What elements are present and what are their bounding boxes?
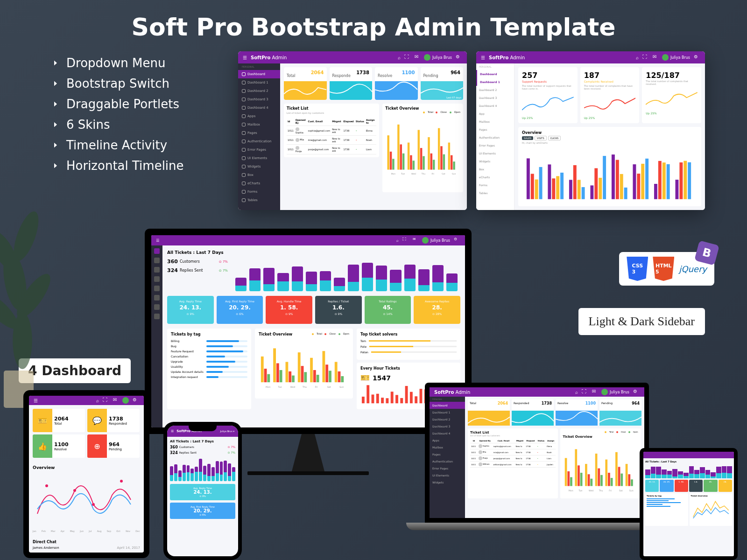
search-icon[interactable]: ⌕ — [636, 55, 639, 60]
sidebar-item[interactable]: Pages — [476, 126, 514, 133]
sidebar-item[interactable]: Forms — [476, 181, 514, 189]
metric-card[interactable]: 1.6. — [689, 480, 703, 492]
table-row[interactable]: 1011 Miamia@gmail.comNew to ask1738•Noah — [287, 136, 376, 145]
expand-icon[interactable]: ⛶ — [404, 54, 411, 61]
sidebar-item-dashboard[interactable]: Dashboard — [430, 402, 465, 409]
table-row[interactable]: 1011 Miamia@gmail.comNew to1738•Noah — [470, 449, 556, 455]
metric-card[interactable]: Awesome Replies28.⊙ 28% — [414, 296, 460, 324]
menu-icon[interactable]: ☰ — [34, 398, 38, 403]
expand-icon[interactable]: ⛶ — [402, 237, 409, 244]
user-name[interactable]: Juliya Brus — [670, 56, 690, 60]
table-row[interactable]: 1011 Sophiasophia@gmail.comNew to1738•El… — [470, 443, 556, 449]
metric-card[interactable]: Avg. First Reply Time20. 29.⊙ 6% — [217, 296, 263, 324]
metric-card[interactable]: 125/187 The total number of complaints t… — [642, 67, 701, 123]
metric-card[interactable]: 28. — [719, 480, 732, 492]
metric-card[interactable]: Avg. Reply Time24. 13.⊙ 9% — [167, 296, 214, 324]
sidebar-item[interactable]: Dashboard 3 — [238, 95, 280, 104]
sidebar-icon[interactable] — [154, 276, 160, 282]
stat-card[interactable]: ⊕964Pending — [87, 434, 140, 458]
stat-card-total[interactable]: Total2064 — [284, 67, 327, 100]
sidebar-item[interactable]: Dashboard 1 — [476, 78, 514, 86]
mail-icon[interactable]: ✉ — [653, 54, 659, 61]
sidebar-item[interactable]: eCharts — [476, 173, 514, 181]
sidebar-item[interactable]: Widgets — [238, 162, 280, 171]
menu-icon[interactable]: ☰ — [156, 238, 159, 243]
table-row[interactable]: 1011 Williamwilliam@gmail.comNew to1738•… — [470, 462, 556, 468]
sidebar-item[interactable]: Tables — [238, 196, 280, 204]
stat-card[interactable]: Pending964 — [599, 399, 641, 426]
sidebar-icon[interactable] — [154, 314, 160, 319]
expand-icon[interactable]: ⛶ — [642, 54, 649, 61]
stat-card-responded[interactable]: Responde1738 — [330, 67, 373, 100]
sidebar-item-dashboard[interactable]: Dashboard — [238, 70, 280, 78]
gear-icon[interactable]: ⚙ — [454, 237, 460, 244]
sidebar-item[interactable]: Box — [238, 171, 280, 179]
metric-card[interactable]: Total Ratings45.⊙ 14% — [365, 296, 411, 324]
sidebar-item[interactable]: UI Elements — [476, 149, 514, 157]
search-icon[interactable]: ⌕ — [575, 390, 578, 395]
stat-card[interactable]: 👍1100Resolve — [33, 434, 85, 458]
sidebar-item[interactable]: Apps — [430, 437, 465, 444]
sidebar-item[interactable]: Dashboard 3 — [430, 423, 465, 430]
avatar[interactable] — [662, 54, 669, 61]
sidebar-icon[interactable] — [154, 295, 160, 301]
sidebar-item[interactable]: Forms — [238, 188, 280, 196]
sidebar-item[interactable]: Dashboard 4 — [476, 102, 514, 110]
sidebar-item[interactable]: UI Elements — [238, 154, 280, 162]
gear-icon[interactable]: ⚙ — [456, 54, 462, 61]
search-icon[interactable]: ⌕ — [396, 238, 399, 243]
sidebar-icon[interactable] — [154, 304, 160, 310]
menu-icon[interactable]: ☰ — [243, 55, 247, 60]
mail-icon[interactable]: ✉ — [592, 389, 599, 395]
sidebar-item[interactable]: Dashboard 2 — [430, 416, 465, 423]
avatar[interactable] — [422, 237, 429, 244]
metric-card[interactable]: Replies / Ticket1.6.⊙ 9% — [315, 296, 362, 324]
sidebar-item[interactable]: Authentication — [238, 137, 280, 146]
sidebar-icon[interactable] — [154, 258, 160, 263]
sidebar-item-dashboard[interactable]: Dashboard — [476, 70, 514, 78]
gear-icon[interactable]: ⚙ — [133, 397, 139, 404]
sidebar-item[interactable]: Dashboard 4 — [238, 104, 280, 112]
menu-icon[interactable]: ☰ — [481, 55, 485, 60]
metric-card[interactable]: 1. 58. — [675, 480, 688, 492]
sidebar-item[interactable]: Error Pages — [238, 146, 280, 154]
stat-card[interactable]: 🎫2064Total — [33, 409, 85, 432]
metric-card[interactable]: Avg. Handle Time1. 58.⊙ 9% — [266, 296, 312, 324]
sidebar-item[interactable]: Dashboard 2 — [238, 87, 280, 95]
table-row[interactable]: 1011 Poojapooja@gmail.comNew to ask1738•… — [287, 145, 376, 154]
sidebar-item[interactable]: Tables — [476, 189, 514, 197]
sidebar-item[interactable]: Pages — [430, 451, 465, 458]
sidebar-item[interactable]: Pages — [238, 129, 280, 137]
sidebar-item[interactable]: Error Pages — [476, 141, 514, 149]
sidebar-item[interactable]: Widgets — [476, 157, 514, 165]
sidebar-item[interactable]: Mailbox — [476, 118, 514, 126]
sidebar-item[interactable]: Widgets — [430, 479, 465, 486]
sidebar-item[interactable]: Mailbox — [238, 120, 280, 129]
stat-card[interactable]: Total2064 — [468, 399, 510, 426]
stat-card-pending[interactable]: Pending964Last 07 days — [421, 67, 464, 100]
user-name[interactable]: Juliya Brus — [610, 390, 629, 394]
sidebar-item[interactable]: eCharts — [238, 179, 280, 188]
avatar[interactable] — [424, 54, 430, 61]
sidebar-item[interactable]: Dashboard 3 — [476, 94, 514, 102]
gear-icon[interactable]: ⚙ — [694, 54, 700, 61]
mail-icon[interactable]: ✉ — [415, 54, 421, 61]
sidebar-item[interactable]: Dashboard 1 — [430, 409, 465, 416]
sidebar-item[interactable]: Authentication — [430, 458, 465, 465]
sidebar-item[interactable]: Error Pages — [430, 465, 465, 472]
user-name[interactable]: Juliya Brus — [432, 56, 452, 60]
search-icon[interactable]: ⌕ — [96, 398, 99, 403]
user-name[interactable]: Juliya Brus — [430, 238, 450, 243]
table-row[interactable]: 1011 Sophiasophia@gmail.comNew to ask173… — [287, 126, 376, 136]
mail-icon[interactable]: ✉ — [413, 237, 419, 244]
sidebar-item[interactable]: Authentication — [476, 133, 514, 141]
sidebar-item[interactable]: Box — [476, 165, 514, 173]
metric-card[interactable]: 187 Complaints Received The total number… — [580, 67, 640, 123]
gear-icon[interactable]: ⚙ — [633, 389, 640, 395]
sidebar-item[interactable]: App — [476, 110, 514, 118]
mail-icon[interactable]: ✉ — [113, 397, 120, 404]
table-row[interactable]: 1011 Poojapooja@gmail.comNew to1738•Liam — [470, 455, 556, 462]
sidebar-item[interactable]: Mailbox — [430, 444, 465, 451]
avatar[interactable] — [122, 397, 129, 404]
search-icon[interactable]: ⌕ — [398, 55, 401, 60]
